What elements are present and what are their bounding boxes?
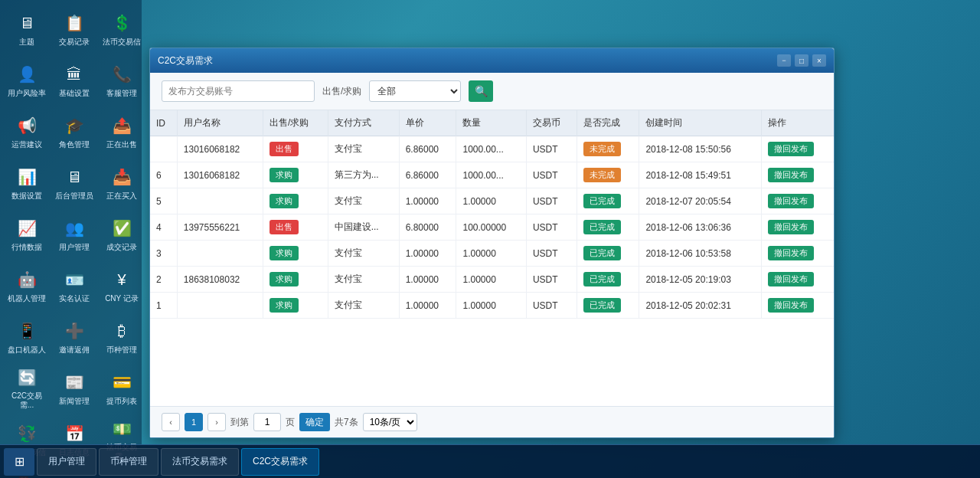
- sidebar-item-4[interactable]: 🏛 基础设置: [51, 55, 97, 105]
- sidebar-label-4: 基础设置: [59, 89, 90, 98]
- table-header: ID用户名称出售/求购支付方式单价数量交易币是否完成创建时间操作: [150, 110, 834, 136]
- sidebar-item-15[interactable]: 🤖 机器人管理: [4, 260, 50, 310]
- start-button[interactable]: ⊞: [4, 448, 34, 476]
- sidebar-item-9[interactable]: 📊 数据设置: [4, 158, 50, 208]
- sidebar-item-6[interactable]: 📢 运营建议: [4, 106, 50, 156]
- cell-payment: 支付宝: [328, 136, 399, 162]
- sidebar-icon-19: ➕: [62, 319, 87, 343]
- status-badge: 已完成: [583, 220, 621, 234]
- sidebar-item-3[interactable]: 👤 用户风险率: [4, 55, 50, 105]
- cell-status: 已完成: [577, 188, 639, 214]
- taskbar-tab-3[interactable]: C2C交易需求: [241, 448, 319, 476]
- main-window: C2C交易需求 － □ × 出售/求购 全部出售求购 🔍 ID用户名称出售/求购…: [149, 47, 835, 438]
- cell-user: 13016068182: [177, 136, 263, 162]
- cell-id: [150, 136, 177, 162]
- cell-id: 3: [150, 241, 177, 267]
- sidebar-label-1: 交易记录: [59, 38, 90, 47]
- cell-status: 已完成: [577, 214, 639, 241]
- sidebar-label-10: 后台管理员: [55, 192, 93, 201]
- col-header-9: 操作: [761, 110, 834, 136]
- sidebar-item-14[interactable]: ✅ 成交记录: [99, 209, 145, 259]
- cell-coin: USDT: [526, 162, 577, 188]
- sidebar-label-15: 机器人管理: [8, 294, 46, 303]
- sidebar-item-17[interactable]: ¥ CNY 记录: [99, 260, 145, 310]
- page-size-select[interactable]: 10条/页20条/页50条/页: [363, 413, 417, 431]
- status-badge: 未完成: [583, 168, 621, 182]
- current-page-button[interactable]: 1: [185, 413, 203, 431]
- action-button[interactable]: 撤回发布: [768, 220, 814, 234]
- taskbar-tab-2[interactable]: 法币交易需求: [161, 448, 239, 476]
- search-input[interactable]: [162, 80, 315, 102]
- cell-status: 未完成: [577, 162, 639, 188]
- maximize-button[interactable]: □: [795, 54, 808, 67]
- action-button[interactable]: 撤回发布: [768, 194, 814, 208]
- col-header-5: 数量: [456, 110, 526, 136]
- sidebar-icon-4: 🏛: [62, 62, 87, 87]
- cell-coin: USDT: [526, 267, 577, 293]
- taskbar-tab-1[interactable]: 币种管理: [99, 448, 158, 476]
- cell-amount: 1.00000: [456, 188, 526, 214]
- type-badge: 求购: [270, 298, 299, 313]
- sidebar-label-23: 提币列表: [106, 397, 137, 406]
- sidebar-item-7[interactable]: 🎓 角色管理: [51, 106, 97, 156]
- prev-page-button[interactable]: ‹: [162, 413, 180, 431]
- action-button[interactable]: 撤回发布: [768, 272, 814, 286]
- sidebar-item-2[interactable]: 💲 法币交易信: [99, 4, 145, 54]
- cell-coin: USDT: [526, 241, 577, 267]
- sidebar-item-11[interactable]: 📥 正在买入: [99, 158, 145, 208]
- sidebar-item-13[interactable]: 👥 用户管理: [51, 209, 97, 259]
- search-type-select[interactable]: 全部出售求购: [369, 80, 461, 102]
- sidebar-label-21: C2C交易需...: [5, 391, 48, 410]
- next-page-button[interactable]: ›: [207, 413, 226, 431]
- sidebar-item-5[interactable]: 📞 客服管理: [99, 55, 145, 105]
- action-button[interactable]: 撤回发布: [768, 246, 814, 260]
- cell-status: 未完成: [577, 136, 639, 162]
- action-button[interactable]: 撤回发布: [768, 298, 814, 313]
- minimize-button[interactable]: －: [777, 54, 791, 67]
- sidebar-icon-21: 🔄: [15, 366, 39, 389]
- cell-user: 13975556221: [177, 214, 263, 241]
- search-button[interactable]: 🔍: [469, 80, 493, 102]
- sidebar-item-0[interactable]: 🖥 主题: [4, 4, 50, 54]
- sidebar-item-1[interactable]: 📋 交易记录: [51, 4, 97, 54]
- taskbar-tab-0[interactable]: 用户管理: [37, 448, 96, 476]
- cell-action: 撤回发布: [761, 214, 834, 241]
- sidebar-label-14: 成交记录: [106, 243, 137, 252]
- cell-time: 2018-12-05 20:02:31: [639, 293, 761, 319]
- sidebar-item-23[interactable]: 💳 提币列表: [99, 363, 145, 413]
- close-button[interactable]: ×: [812, 54, 826, 67]
- action-button[interactable]: 撤回发布: [768, 142, 814, 156]
- sidebar-item-20[interactable]: ₿ 币种管理: [99, 312, 145, 362]
- cell-payment: 支付宝: [328, 188, 399, 214]
- cell-user: [177, 241, 263, 267]
- cell-time: 2018-12-08 15:49:51: [639, 162, 761, 188]
- action-button[interactable]: 撤回发布: [768, 168, 814, 182]
- sidebar-item-8[interactable]: 📤 正在出售: [99, 106, 145, 156]
- sidebar-icon-18: 📱: [15, 319, 39, 343]
- cell-amount: 1000.00...: [456, 136, 526, 162]
- desktop: 🖥 主题📋 交易记录💲 法币交易信👤 用户风险率🏛 基础设置📞 客服管理📢 运营…: [0, 0, 980, 478]
- col-header-2: 出售/求购: [263, 110, 328, 136]
- sidebar-item-22[interactable]: 📰 新闻管理: [51, 363, 97, 413]
- cell-amount: 1.00000: [456, 293, 526, 319]
- sidebar-item-19[interactable]: ➕ 邀请返佣: [51, 312, 97, 362]
- sidebar-label-2: 法币交易信: [103, 38, 141, 47]
- sidebar-item-10[interactable]: 🖥 后台管理员: [51, 158, 97, 208]
- col-header-8: 创建时间: [639, 110, 761, 136]
- sidebar-icon-6: 📢: [15, 113, 39, 138]
- sidebar-item-16[interactable]: 🪪 实名认证: [51, 260, 97, 310]
- window-content: 出售/求购 全部出售求购 🔍 ID用户名称出售/求购支付方式单价数量交易币是否完…: [150, 73, 834, 437]
- cell-amount: 100.00000: [456, 214, 526, 241]
- sidebar-label-5: 客服管理: [106, 89, 137, 98]
- cell-action: 撤回发布: [761, 293, 834, 319]
- sidebar-item-21[interactable]: 🔄 C2C交易需...: [4, 363, 50, 413]
- sidebar-item-18[interactable]: 📱 盘口机器人: [4, 312, 50, 362]
- page-confirm-button[interactable]: 确定: [299, 413, 330, 431]
- page-number-input[interactable]: [253, 413, 281, 431]
- cell-price: 6.86000: [399, 162, 456, 188]
- cell-action: 撤回发布: [761, 136, 834, 162]
- sidebar-item-12[interactable]: 📈 行情数据: [4, 209, 50, 259]
- cell-amount: 1.00000: [456, 267, 526, 293]
- cell-type: 求购: [263, 267, 328, 293]
- cell-coin: USDT: [526, 136, 577, 162]
